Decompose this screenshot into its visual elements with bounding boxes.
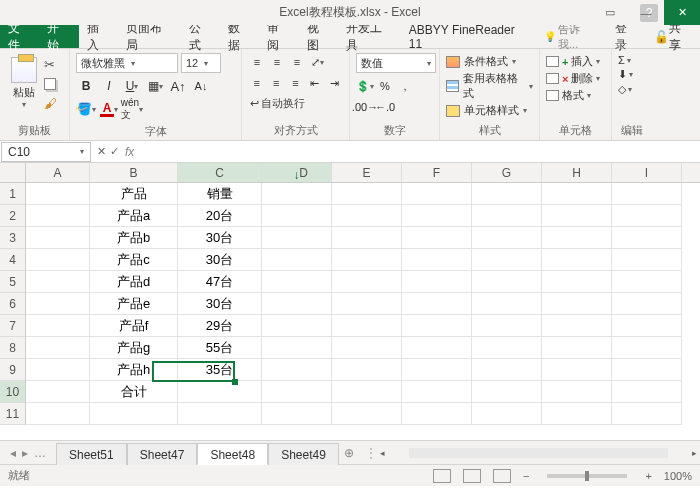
- cell-B1[interactable]: 产品: [90, 183, 178, 205]
- cell-H10[interactable]: [542, 381, 612, 403]
- cell-C7[interactable]: 29台: [178, 315, 262, 337]
- cell-B9[interactable]: 产品h: [90, 359, 178, 381]
- cell-H8[interactable]: [542, 337, 612, 359]
- row-header-8[interactable]: 8: [0, 337, 25, 359]
- cell-H11[interactable]: [542, 403, 612, 425]
- cell-D6[interactable]: [262, 293, 332, 315]
- font-family-select[interactable]: 微软雅黑▾: [76, 53, 178, 73]
- format-as-table-button[interactable]: 套用表格格式▾: [446, 70, 533, 102]
- zoom-slider[interactable]: [547, 474, 627, 478]
- sheet-nav-first-icon[interactable]: ◂: [10, 446, 16, 460]
- col-header-B[interactable]: B: [90, 163, 178, 182]
- cell-B6[interactable]: 产品e: [90, 293, 178, 315]
- cell-styles-button[interactable]: 单元格样式▾: [446, 102, 533, 119]
- format-cells-button[interactable]: 格式▾: [546, 87, 605, 104]
- cell-G3[interactable]: [472, 227, 542, 249]
- cell-D3[interactable]: [262, 227, 332, 249]
- cell-F4[interactable]: [402, 249, 472, 271]
- cell-B10[interactable]: 合计: [90, 381, 178, 403]
- row-header-10[interactable]: 10: [0, 381, 25, 403]
- underline-button[interactable]: U▾: [122, 76, 142, 96]
- cell-B2[interactable]: 产品a: [90, 205, 178, 227]
- cell-E11[interactable]: [332, 403, 402, 425]
- sheet-tab-4[interactable]: Sheet49: [268, 443, 339, 465]
- cell-G9[interactable]: [472, 359, 542, 381]
- cell-C3[interactable]: 30台: [178, 227, 262, 249]
- cell-I1[interactable]: [612, 183, 682, 205]
- select-all-corner[interactable]: [0, 163, 26, 183]
- cell-D10[interactable]: [262, 381, 332, 403]
- align-left-button[interactable]: ≡: [248, 74, 265, 92]
- cell-I9[interactable]: [612, 359, 682, 381]
- align-top-button[interactable]: ≡: [248, 53, 266, 71]
- cell-C10[interactable]: [178, 381, 262, 403]
- tab-abbyy[interactable]: ABBYY FineReader 11: [401, 25, 536, 48]
- col-header-E[interactable]: E: [332, 163, 402, 182]
- row-header-2[interactable]: 2: [0, 205, 25, 227]
- cell-G5[interactable]: [472, 271, 542, 293]
- hscroll-track[interactable]: [397, 446, 680, 460]
- cell-D9[interactable]: [262, 359, 332, 381]
- cell-B11[interactable]: [90, 403, 178, 425]
- sheet-tab-1[interactable]: Sheet51: [56, 443, 127, 465]
- decrease-decimal-button[interactable]: ←.0: [376, 98, 394, 116]
- share-button[interactable]: 🔓 共享: [646, 25, 700, 48]
- row-header-9[interactable]: 9: [0, 359, 25, 381]
- cell-F10[interactable]: [402, 381, 472, 403]
- cell-C4[interactable]: 30台: [178, 249, 262, 271]
- cell-E5[interactable]: [332, 271, 402, 293]
- cell-D1[interactable]: [262, 183, 332, 205]
- cell-A6[interactable]: [26, 293, 90, 315]
- italic-button[interactable]: I: [99, 76, 119, 96]
- cell-D2[interactable]: [262, 205, 332, 227]
- formula-input[interactable]: [140, 142, 700, 162]
- accept-formula-icon[interactable]: ✓: [110, 145, 119, 158]
- cell-D11[interactable]: [262, 403, 332, 425]
- fill-color-button[interactable]: 🪣▾: [76, 99, 96, 119]
- tab-review[interactable]: 审阅: [259, 25, 298, 48]
- cell-E10[interactable]: [332, 381, 402, 403]
- cell-I4[interactable]: [612, 249, 682, 271]
- close-icon[interactable]: ✕: [664, 0, 700, 25]
- number-format-select[interactable]: 数值▾: [356, 53, 436, 73]
- row-header-6[interactable]: 6: [0, 293, 25, 315]
- cell-F3[interactable]: [402, 227, 472, 249]
- login-link[interactable]: 登录: [607, 25, 646, 48]
- cell-G7[interactable]: [472, 315, 542, 337]
- cell-B4[interactable]: 产品c: [90, 249, 178, 271]
- cell-E1[interactable]: [332, 183, 402, 205]
- cell-I6[interactable]: [612, 293, 682, 315]
- cell-A11[interactable]: [26, 403, 90, 425]
- col-header-H[interactable]: H: [542, 163, 612, 182]
- minimize-icon[interactable]: —: [628, 0, 664, 25]
- row-header-4[interactable]: 4: [0, 249, 25, 271]
- fx-icon[interactable]: fx: [125, 145, 134, 159]
- row-header-11[interactable]: 11: [0, 403, 25, 425]
- col-header-D[interactable]: ↓D: [262, 163, 332, 182]
- cell-C11[interactable]: [178, 403, 262, 425]
- ribbon-options-icon[interactable]: ▭: [592, 0, 628, 25]
- cancel-formula-icon[interactable]: ✕: [97, 145, 106, 158]
- cell-D8[interactable]: [262, 337, 332, 359]
- tab-file[interactable]: 文件: [0, 25, 39, 48]
- cell-F8[interactable]: [402, 337, 472, 359]
- tab-home[interactable]: 开始: [39, 25, 78, 48]
- autosum-button[interactable]: Σ▾: [618, 53, 646, 67]
- cell-A10[interactable]: [26, 381, 90, 403]
- cell-G6[interactable]: [472, 293, 542, 315]
- cell-H5[interactable]: [542, 271, 612, 293]
- cell-F1[interactable]: [402, 183, 472, 205]
- cell-A1[interactable]: [26, 183, 90, 205]
- cell-E8[interactable]: [332, 337, 402, 359]
- tab-view[interactable]: 视图: [299, 25, 338, 48]
- increase-indent-button[interactable]: ⇥: [326, 74, 343, 92]
- sheet-tab-2[interactable]: Sheet47: [127, 443, 198, 465]
- cell-H9[interactable]: [542, 359, 612, 381]
- cell-E7[interactable]: [332, 315, 402, 337]
- decrease-indent-button[interactable]: ⇤: [306, 74, 323, 92]
- cell-F7[interactable]: [402, 315, 472, 337]
- col-header-F[interactable]: F: [402, 163, 472, 182]
- cell-I3[interactable]: [612, 227, 682, 249]
- row-header-1[interactable]: 1: [0, 183, 25, 205]
- font-size-select[interactable]: 12▾: [181, 53, 221, 73]
